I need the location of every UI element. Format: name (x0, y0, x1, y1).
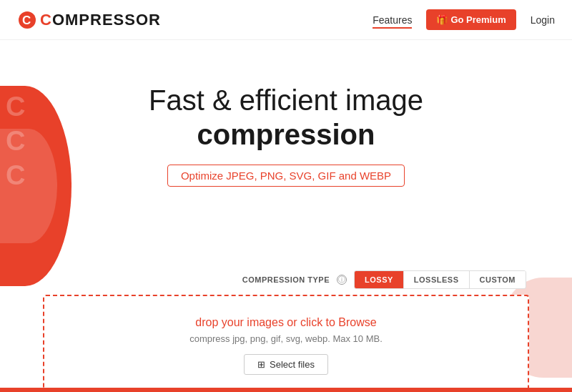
svg-text:C: C (22, 14, 31, 27)
compression-panel: COMPRESSION TYPE ⓘ LOSSY LOSSLESS CUSTOM… (0, 270, 572, 392)
nav-right: Features 🎁 Go Premium Login (373, 9, 555, 30)
login-link[interactable]: Login (531, 14, 555, 26)
compression-type-row: COMPRESSION TYPE ⓘ LOSSY LOSSLESS CUSTOM (43, 270, 529, 289)
logo-c-letter: C (40, 11, 52, 29)
compression-info-icon[interactable]: ⓘ (337, 275, 347, 285)
select-files-icon: ⊞ (257, 359, 265, 370)
custom-button[interactable]: CUSTOM (469, 271, 526, 288)
logo-text: COMPRESSOR (40, 11, 161, 29)
nav-features-link[interactable]: Features (373, 14, 412, 26)
lossy-button[interactable]: LOSSY (355, 271, 403, 288)
subtitle-badge: Optimize JPEG, PNG, SVG, GIF and WEBP (167, 165, 405, 187)
hero-section: Fast & efficient image compression Optim… (0, 40, 572, 187)
navbar: C COMPRESSOR Features 🎁 Go Premium Login (0, 0, 572, 40)
logo[interactable]: C COMPRESSOR (17, 10, 161, 30)
bottom-strip (0, 388, 572, 392)
compression-type-label: COMPRESSION TYPE (242, 275, 330, 284)
compression-type-buttons: LOSSY LOSSLESS CUSTOM (354, 270, 526, 289)
select-files-button[interactable]: ⊞ Select files (244, 354, 328, 375)
go-premium-button[interactable]: 🎁 Go Premium (426, 9, 516, 30)
headline: Fast & efficient image compression (149, 83, 423, 152)
lossless-button[interactable]: LOSSLESS (403, 271, 469, 288)
drop-sub-text: compress jpg, png, gif, svg, webp. Max 1… (189, 333, 383, 344)
logo-icon: C (17, 10, 37, 30)
premium-icon: 🎁 (436, 14, 448, 25)
drop-main-text: drop your images or click to Browse (195, 316, 376, 329)
drop-zone[interactable]: drop your images or click to Browse comp… (43, 295, 529, 392)
